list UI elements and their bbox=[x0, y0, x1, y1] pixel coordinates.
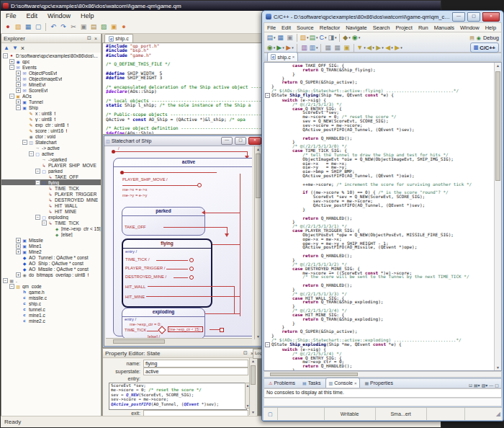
expand-icon[interactable]: + bbox=[16, 82, 21, 87]
fold-collapse-icon[interactable]: − bbox=[265, 342, 270, 347]
tree-item-tunnel-c[interactable]: ctunnel.c bbox=[1, 306, 101, 312]
tab-tasks[interactable]: ▤ Tasks bbox=[300, 378, 324, 388]
tree-item-destroyed-mine[interactable]: ↳DESTROYED_MINE bbox=[1, 197, 101, 202]
expand-icon[interactable]: + bbox=[16, 76, 21, 81]
tree-item-mine2-c[interactable]: cmine2.c bbox=[1, 318, 101, 324]
c-elem-button[interactable]: C▾ bbox=[318, 33, 328, 42]
tree-item-qpc[interactable]: +◉qpc bbox=[1, 58, 101, 64]
cut-button[interactable]: ✂ bbox=[68, 22, 78, 32]
tree-item-objectposevt[interactable]: +✉ObjectPosEvt bbox=[1, 70, 101, 76]
save-button[interactable]: ▦ bbox=[276, 33, 285, 42]
menu-item-edit[interactable]: Edit bbox=[22, 12, 43, 19]
collapse-icon[interactable]: − bbox=[29, 151, 34, 156]
transition-hit-mine[interactable]: HIT_MINE bbox=[125, 295, 145, 299]
tree-item-[interactable]: −▦. bbox=[1, 277, 101, 283]
tree-item-game-h[interactable]: hgame.h bbox=[1, 289, 101, 295]
property-vscrollbar[interactable]: ▲ ▼ bbox=[249, 358, 256, 415]
trace-button[interactable]: ▥▾ bbox=[309, 43, 318, 52]
new-wizard-button[interactable]: ▤▾ bbox=[266, 33, 276, 42]
grid-button[interactable]: ▦ bbox=[323, 43, 333, 52]
maximize-view-icon[interactable]: ▢ bbox=[495, 383, 499, 388]
pin-icon[interactable]: ⊡ bbox=[242, 350, 249, 356]
tree-item-parked[interactable]: →->parked bbox=[1, 156, 101, 162]
tree-item-mineevt[interactable]: +✉MineEvt bbox=[1, 81, 101, 87]
tree-item-qm-code[interactable]: −▨qm_code bbox=[1, 283, 101, 289]
tab-close-icon[interactable]: × bbox=[292, 55, 295, 59]
tree-item-exp-ctr-uint8-t[interactable]: ✎exp_ctr : uint8_t bbox=[1, 122, 101, 128]
tab-problems[interactable]: ⚠ Problems bbox=[266, 378, 298, 388]
tree-item-ctor-void[interactable]: ◉ctor : void bbox=[1, 133, 101, 139]
entry-label[interactable]: entry / bbox=[125, 317, 136, 321]
tree-item-objectimageevt[interactable]: +✉ObjectImageEvt bbox=[1, 76, 101, 81]
menu-item-source[interactable]: Source bbox=[294, 24, 317, 31]
state-exploding[interactable]: exploding entry / me->exp_ctr = 0; TIME_… bbox=[122, 308, 205, 339]
tree-item-do-bitmaps-overlap-uint8-t[interactable]: +◉do_bitmaps_overlap : uint8_t bbox=[1, 272, 101, 277]
new-c-button[interactable]: ▨▾ bbox=[300, 33, 309, 42]
model2-button[interactable]: ● bbox=[119, 22, 129, 32]
maximize-button[interactable]: ▢ bbox=[235, 137, 246, 145]
menu-item-manuals[interactable]: Manuals bbox=[431, 24, 457, 31]
tab-ship-c[interactable]: c ship.c bbox=[104, 34, 133, 43]
state-parked[interactable]: parked TAKE_OFF bbox=[122, 207, 205, 236]
save-button[interactable]: ▦ bbox=[23, 22, 33, 32]
tab-ship-c[interactable]: c ship.c × bbox=[267, 52, 298, 61]
minimize-button[interactable]: — bbox=[452, 12, 465, 22]
toggle-button[interactable]: ▣ bbox=[342, 43, 351, 52]
scroll-down-icon[interactable]: ▼ bbox=[495, 365, 501, 370]
copy-button[interactable]: ▣ bbox=[78, 22, 89, 32]
redo-button[interactable]: ↷ bbox=[58, 22, 68, 32]
statechart-canvas[interactable]: / active PLAYER_SHIP_MOVE / me->x = e->x… bbox=[106, 146, 252, 339]
tree-item-mine1-c[interactable]: cmine1.c bbox=[1, 312, 101, 318]
new-file-button[interactable]: ▤▾ bbox=[309, 33, 318, 42]
maximize-button[interactable]: ▢ bbox=[467, 12, 480, 22]
tree-item-player-ship-move[interactable]: ↳PLAYER_SHIP_MOVE bbox=[1, 162, 101, 168]
expand-icon[interactable]: + bbox=[16, 244, 21, 249]
expand-icon[interactable]: + bbox=[16, 238, 21, 243]
transition-player-ship-move[interactable]: PLAYER_SHIP_MOVE / bbox=[122, 177, 168, 182]
tree-item-tunnel[interactable]: +▣Tunnel bbox=[1, 99, 101, 104]
statechart-hscrollbar[interactable] bbox=[106, 338, 252, 344]
fold-gutter[interactable]: − bbox=[265, 93, 271, 98]
tree-item-ao-tunnel-qactive-const[interactable]: ◆AO_Tunnel : QActive * const bbox=[1, 254, 101, 260]
tree-item-score-uint16-t[interactable]: ✎score : uint16_t bbox=[1, 128, 101, 133]
profile-button[interactable]: ▶▾ bbox=[285, 43, 294, 52]
scroll-down-icon[interactable]: ▼ bbox=[255, 334, 261, 339]
tree-item-exploding[interactable]: −▢exploding bbox=[1, 214, 101, 220]
tree-item-take-off[interactable]: ↳TAKE_OFF bbox=[1, 174, 101, 179]
print-button[interactable]: ▣ bbox=[285, 33, 294, 42]
statechart-vscrollbar[interactable]: ▲ ▼ bbox=[254, 146, 261, 339]
menu-item-help[interactable]: Help bbox=[482, 24, 499, 31]
tree-item-parked[interactable]: −▢parked bbox=[1, 168, 101, 174]
editor-vscrollbar[interactable]: ▲ ▼ bbox=[494, 63, 501, 370]
collapse-icon[interactable]: − bbox=[22, 140, 27, 145]
tree-item-active[interactable]: −▢active bbox=[1, 151, 101, 156]
ide-titlebar[interactable]: C/C++ - D:\software\qpc\examples\80x86\d… bbox=[264, 11, 502, 22]
tab-properties[interactable]: ▦ Properties bbox=[361, 378, 396, 388]
menu-item-file[interactable]: File bbox=[1, 12, 22, 19]
close-icon[interactable]: × bbox=[93, 36, 99, 41]
tree-item-missile[interactable]: +▣Missile bbox=[1, 237, 101, 243]
transition-hit-wall[interactable]: HIT_WALL bbox=[125, 285, 145, 289]
tree-item-hit-wall[interactable]: ↳HIT_WALL bbox=[1, 202, 101, 208]
expand-icon[interactable]: + bbox=[16, 88, 21, 93]
menu-item-file[interactable]: File bbox=[264, 24, 279, 31]
minimize-view-icon[interactable]: — bbox=[489, 383, 493, 388]
expand-icon[interactable]: + bbox=[16, 249, 21, 254]
tree-item-time-tick[interactable]: −↳TIME_TICK bbox=[1, 220, 101, 226]
tree-item-scoreevt[interactable]: +✉ScoreEvt bbox=[1, 87, 101, 93]
minimize-button[interactable]: — bbox=[221, 137, 233, 145]
qm-logo-button[interactable]: ● bbox=[3, 22, 13, 32]
tree-item-active[interactable]: →-> active bbox=[1, 145, 101, 151]
transition-time-tick-exploding[interactable]: TIME_TICK bbox=[125, 328, 146, 332]
wrench-button[interactable]: ◆▾ bbox=[342, 33, 351, 42]
collapse-icon[interactable]: − bbox=[42, 220, 47, 226]
expand-icon[interactable]: + bbox=[16, 71, 21, 76]
tree-item-ao-ship-qactive-const[interactable]: ◆AO_Ship : QActive * const bbox=[1, 260, 101, 266]
next-button[interactable]: ▶▾ bbox=[375, 43, 384, 52]
state-flying[interactable]: flying entry / TIME_TICK / PLAYER_TRIGGE… bbox=[122, 238, 212, 308]
entry-code-field[interactable]: ScoreEvt *sev;me->score = 0; /* reset th… bbox=[109, 383, 247, 410]
undo-button[interactable]: ↶ bbox=[48, 22, 58, 32]
tree-item-mine2[interactable]: +▣Mine2 bbox=[1, 249, 101, 254]
collapse-icon[interactable]: − bbox=[9, 65, 14, 70]
tree-item-ship[interactable]: −▣Ship bbox=[1, 104, 101, 110]
